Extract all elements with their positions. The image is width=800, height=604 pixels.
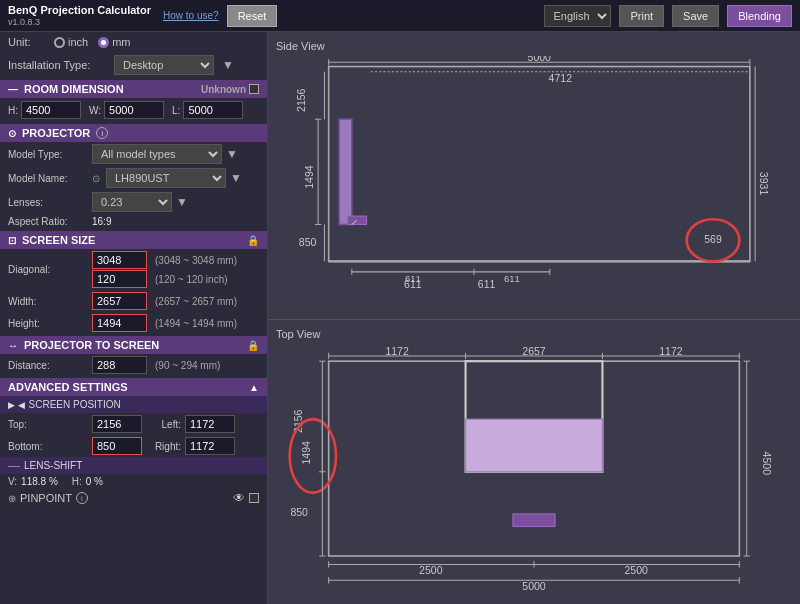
distance-range: (90 ~ 294 mm) xyxy=(155,360,220,371)
unit-label: Unit: xyxy=(8,36,48,48)
svg-rect-0 xyxy=(329,67,750,262)
lenses-select[interactable]: 0.23 xyxy=(92,192,172,212)
right-panel: Side View 5000 4712 xyxy=(268,32,800,604)
unknown-checkbox[interactable] xyxy=(249,84,259,94)
screen-pos-top-row: Top: Left: xyxy=(0,413,267,435)
screen-top-input[interactable] xyxy=(92,415,142,433)
screen-size-label: SCREEN SIZE xyxy=(22,234,95,246)
mm-radio-circle xyxy=(98,37,109,48)
language-select[interactable]: English xyxy=(544,5,611,27)
app-title-block: BenQ Projection Calculator v1.0.8.3 xyxy=(8,4,151,28)
advanced-label: ADVANCED SETTINGS xyxy=(8,381,128,393)
top-view-label: Top View xyxy=(276,328,792,340)
height-row: Height: (1494 ~ 1494 mm) xyxy=(0,312,267,334)
svg-text:2156: 2156 xyxy=(295,88,307,112)
room-header-label: ROOM DIMENSION xyxy=(24,83,124,95)
model-type-label: Model Type: xyxy=(8,149,88,160)
lens-h-label: H: xyxy=(72,476,82,487)
screen-bottom-label: Bottom: xyxy=(8,441,88,452)
lens-v-value: 118.8 % xyxy=(21,476,58,487)
side-view-section: Side View 5000 4712 xyxy=(268,32,800,320)
distance-row: Distance: (90 ~ 294 mm) xyxy=(0,354,267,376)
height-label: Height: xyxy=(8,318,88,329)
width-range: (2657 ~ 2657 mm) xyxy=(155,296,237,307)
screen-right-label: Right: xyxy=(146,441,181,452)
svg-text:4500: 4500 xyxy=(761,451,773,475)
advanced-settings-header[interactable]: ADVANCED SETTINGS ▲ xyxy=(0,378,267,396)
svg-text:611: 611 xyxy=(405,273,421,284)
diagonal-dual-input: (3048 ~ 3048 mm) (120 ~ 120 inch) xyxy=(92,251,237,288)
svg-text:611: 611 xyxy=(478,278,496,290)
svg-text:2500: 2500 xyxy=(419,564,443,576)
screen-position-header: ▶ ◀ SCREEN POSITION xyxy=(0,396,267,413)
room-w-input[interactable] xyxy=(104,101,164,119)
svg-text:5000: 5000 xyxy=(522,579,546,591)
installation-select[interactable]: Desktop Ceiling Rear-Desktop Rear-Ceilin… xyxy=(114,55,214,75)
lens-shift-label: LENS-SHIFT xyxy=(24,460,82,471)
room-l-group: L: xyxy=(172,101,243,119)
pinpoint-info-icon[interactable]: i xyxy=(76,492,88,504)
unit-inch-option[interactable]: inch xyxy=(54,36,88,48)
svg-text:1494: 1494 xyxy=(303,165,315,189)
aspect-ratio-value: 16:9 xyxy=(92,216,111,227)
install-type-row: Installation Type: Desktop Ceiling Rear-… xyxy=(0,52,267,78)
top-view-svg: 1172 2657 1172 xyxy=(276,344,792,594)
room-h-group: H: xyxy=(8,101,81,119)
lens-h-value: 0 % xyxy=(86,476,103,487)
model-name-select[interactable]: LH890UST xyxy=(106,168,226,188)
room-h-input[interactable] xyxy=(21,101,81,119)
model-name-row: Model Name: ⊙ LH890UST ▼ xyxy=(0,166,267,190)
projector-screen-label: PROJECTOR TO SCREEN xyxy=(24,339,159,351)
model-name-label: Model Name: xyxy=(8,173,88,184)
lens-shift-values: V: 118.8 % H: 0 % xyxy=(0,474,267,489)
height-input[interactable] xyxy=(92,314,147,332)
room-dimensions: H: W: L: xyxy=(0,98,267,122)
save-button[interactable]: Save xyxy=(672,5,719,27)
left-panel: Unit: inch mm Installation Type: Desktop… xyxy=(0,32,268,604)
diagonal-label: Diagonal: xyxy=(8,264,88,275)
diagonal-inch-row: (120 ~ 120 inch) xyxy=(92,270,237,288)
svg-text:1172: 1172 xyxy=(659,345,683,357)
unit-row: Unit: inch mm xyxy=(0,32,267,52)
unit-mm-option[interactable]: mm xyxy=(98,36,130,48)
how-to-link[interactable]: How to use? xyxy=(163,10,219,21)
screen-bottom-input[interactable] xyxy=(92,437,142,455)
pinpoint-row: ⊕ PINPOINT i 👁 xyxy=(0,489,267,507)
projector-info-icon[interactable]: i xyxy=(96,127,108,139)
room-dimension-header: — ROOM DIMENSION Unknown xyxy=(0,80,267,98)
lenses-label: Lenses: xyxy=(8,197,88,208)
pinpoint-icon: ⊕ xyxy=(8,493,16,504)
room-w-label: W: xyxy=(89,105,101,116)
model-type-select[interactable]: All model types xyxy=(92,144,222,164)
room-w-group: W: xyxy=(89,101,164,119)
distance-input[interactable] xyxy=(92,356,147,374)
screen-left-input[interactable] xyxy=(185,415,235,433)
reset-button[interactable]: Reset xyxy=(227,5,278,27)
diagonal-mm-input[interactable] xyxy=(92,251,147,269)
diagonal-inch-range: (120 ~ 120 inch) xyxy=(155,274,228,285)
model-name-icon: ⊙ xyxy=(92,173,100,184)
app-version: v1.0.8.3 xyxy=(8,17,151,28)
print-button[interactable]: Print xyxy=(619,5,664,27)
projector-screen-header: ↔ PROJECTOR TO SCREEN 🔒 xyxy=(0,336,267,354)
diagonal-inch-input[interactable] xyxy=(92,270,147,288)
side-view-svg: 5000 4712 2156 1494 xyxy=(276,56,792,309)
top-bar: BenQ Projection Calculator v1.0.8.3 How … xyxy=(0,0,800,32)
screen-left-label: Left: xyxy=(146,419,181,430)
svg-text:569: 569 xyxy=(704,233,722,245)
lens-shift-header: ---- LENS-SHIFT xyxy=(0,457,267,474)
blending-button[interactable]: Blending xyxy=(727,5,792,27)
room-l-input[interactable] xyxy=(183,101,243,119)
screen-size-header: ⊡ SCREEN SIZE 🔒 xyxy=(0,231,267,249)
side-view-diagram: 5000 4712 2156 1494 xyxy=(276,56,792,309)
aspect-ratio-row: Aspect Ratio: 16:9 xyxy=(0,214,267,229)
svg-text:3931: 3931 xyxy=(758,172,770,196)
eye-icon[interactable]: 👁 xyxy=(233,491,245,505)
distance-label: Distance: xyxy=(8,360,88,371)
aspect-ratio-label: Aspect Ratio: xyxy=(8,216,88,227)
side-dim-5000: 5000 xyxy=(528,56,552,63)
pinpoint-checkbox[interactable] xyxy=(249,493,259,503)
width-input[interactable] xyxy=(92,292,147,310)
screen-right-input[interactable] xyxy=(185,437,235,455)
svg-text:2657: 2657 xyxy=(522,345,546,357)
